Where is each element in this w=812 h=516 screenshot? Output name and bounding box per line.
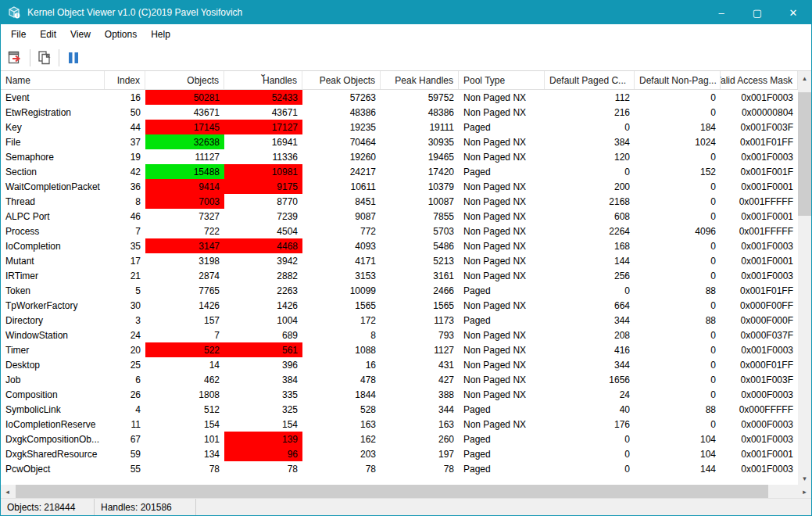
- table-row[interactable]: Job6462384478427Non Paged NX165600x001F0…: [1, 372, 798, 387]
- cell-peak-objects: 8451: [302, 194, 381, 209]
- cell-default-non-pag: 88: [635, 313, 721, 328]
- cell-objects: 1426: [145, 298, 224, 313]
- scroll-left-button[interactable]: ◂: [1, 485, 14, 498]
- table-row[interactable]: Semaphore1911127113361926019465Non Paged…: [1, 149, 798, 164]
- table-row[interactable]: Composition2618083351844388Non Paged NX2…: [1, 387, 798, 402]
- table-row[interactable]: Desktop251439616431Non Paged NX34400x000…: [1, 357, 798, 372]
- cell-valid-access-mask: 0x001F0001: [721, 253, 798, 268]
- horizontal-scroll-thumb[interactable]: [16, 485, 768, 498]
- column-header-handles[interactable]: Handles⌄: [224, 71, 302, 89]
- cell-handles: 325: [224, 402, 302, 417]
- cell-peak-handles: 1127: [381, 342, 459, 357]
- column-header-label: Peak Handles: [395, 75, 453, 86]
- column-header-default-paged-c[interactable]: Default Paged C...: [545, 71, 635, 89]
- column-header-peak-objects[interactable]: Peak Objects: [302, 71, 381, 89]
- cell-peak-objects: 8: [302, 328, 381, 342]
- table-row[interactable]: TpWorkerFactory301426142615651565Non Pag…: [1, 298, 798, 313]
- cell-default-non-pag: 184: [635, 120, 721, 134]
- close-button[interactable]: ✕: [775, 1, 811, 24]
- vertical-scroll-thumb[interactable]: [798, 92, 811, 216]
- cell-default-non-pag: 88: [635, 402, 721, 417]
- table-row[interactable]: EtwRegistration5043671436714838648386Non…: [1, 105, 798, 120]
- cell-default-paged-c: 208: [545, 328, 635, 342]
- cell-name: File: [1, 134, 105, 149]
- cell-index: 7: [105, 224, 145, 238]
- table-row[interactable]: Process772245047725703Non Paged NX226440…: [1, 224, 798, 238]
- table-row[interactable]: Mutant173198394241715213Non Paged NX1440…: [1, 253, 798, 268]
- cell-default-paged-c: 608: [545, 209, 635, 224]
- cell-default-non-pag: 0: [635, 179, 721, 194]
- cell-valid-access-mask: 0x001F003F: [721, 120, 798, 134]
- column-header-name[interactable]: Name: [1, 71, 105, 89]
- table-row[interactable]: Token577652263100992466Paged0880x001F01F…: [1, 283, 798, 298]
- table-row[interactable]: SymbolicLink4512325528344Paged40880x000F…: [1, 402, 798, 417]
- cell-default-paged-c: 120: [545, 149, 635, 164]
- table-row[interactable]: Key4417145171271923519111Paged01840x001F…: [1, 120, 798, 134]
- maximize-button[interactable]: ▢: [739, 1, 775, 24]
- app-window: i Kernel Object Viewer v1.0 (C)2019 Pave…: [0, 0, 812, 516]
- scroll-right-button[interactable]: ▸: [798, 485, 811, 498]
- menu-item-options[interactable]: Options: [98, 25, 144, 44]
- table-row[interactable]: IoCompletion353147446840935486Non Paged …: [1, 238, 798, 253]
- table-row[interactable]: DxgkSharedResource5913496203197Paged0104…: [1, 446, 798, 461]
- cell-objects: 7765: [145, 283, 224, 298]
- cell-default-paged-c: 0: [545, 120, 635, 134]
- horizontal-scrollbar[interactable]: ◂ ▸: [1, 485, 811, 498]
- table-row[interactable]: Thread870038770845110087Non Paged NX2168…: [1, 194, 798, 209]
- menu-item-file[interactable]: File: [4, 25, 33, 44]
- cell-objects: 7327: [145, 209, 224, 224]
- cell-pool-type: Non Paged NX: [459, 149, 545, 164]
- column-header-objects[interactable]: Objects: [145, 71, 224, 89]
- cell-peak-handles: 59752: [381, 90, 459, 105]
- table-row[interactable]: Directory315710041721173Paged344880x000F…: [1, 313, 798, 328]
- table-row[interactable]: Section4215488109812421717420Paged01520x…: [1, 164, 798, 179]
- export-button[interactable]: [4, 47, 27, 69]
- cell-pool-type: Non Paged NX: [459, 209, 545, 224]
- table-row[interactable]: Timer2052256110881127Non Paged NX41600x0…: [1, 342, 798, 357]
- table-row[interactable]: ALPC Port467327723990877855Non Paged NX6…: [1, 209, 798, 224]
- minimize-button[interactable]: –: [703, 1, 739, 24]
- table-row[interactable]: IRTimer212874288231533161Non Paged NX256…: [1, 268, 798, 283]
- cell-valid-access-mask: 0x001F0001: [721, 446, 798, 461]
- column-header-default-non-pag[interactable]: Default Non-Pag...: [635, 71, 721, 89]
- menu-item-edit[interactable]: Edit: [33, 25, 63, 44]
- copy-button[interactable]: [33, 47, 56, 69]
- cell-index: 36: [105, 179, 145, 194]
- cell-peak-handles: 163: [381, 417, 459, 432]
- scroll-down-button[interactable]: ▾: [798, 471, 811, 485]
- cell-peak-handles: 197: [381, 446, 459, 461]
- table-row[interactable]: WindowStation2476898793Non Paged NX20800…: [1, 328, 798, 342]
- menu-item-help[interactable]: Help: [144, 25, 177, 44]
- cell-valid-access-mask: 0x001F01FF: [721, 134, 798, 149]
- column-header-index[interactable]: Index: [105, 71, 145, 89]
- vertical-scroll-track[interactable]: [798, 84, 811, 471]
- pause-button[interactable]: [62, 47, 85, 69]
- horizontal-scroll-track[interactable]: [14, 485, 798, 498]
- menu-item-view[interactable]: View: [63, 25, 98, 44]
- cell-default-paged-c: 24: [545, 387, 635, 402]
- table-row[interactable]: IoCompletionReserve11154154163163Non Pag…: [1, 417, 798, 432]
- cell-handles: 96: [224, 446, 302, 461]
- cell-default-non-pag: 0: [635, 90, 721, 105]
- cell-pool-type: Paged: [459, 446, 545, 461]
- column-header-label: Objects: [187, 75, 219, 86]
- cell-name: Token: [1, 283, 105, 298]
- scroll-up-button[interactable]: ▴: [798, 71, 811, 84]
- table-row[interactable]: Event1650281524335726359752Non Paged NX1…: [1, 90, 798, 105]
- column-header-pool-type[interactable]: Pool Type: [459, 71, 545, 89]
- cell-index: 4: [105, 402, 145, 417]
- cell-pool-type: Non Paged NX: [459, 298, 545, 313]
- table-row[interactable]: WaitCompletionPacket36941491751061110379…: [1, 179, 798, 194]
- cell-name: Composition: [1, 387, 105, 402]
- table-row[interactable]: PcwObject5578787878Paged01440x001F0003: [1, 461, 798, 476]
- column-header-label: Index: [117, 75, 140, 86]
- cell-default-non-pag: 0: [635, 194, 721, 209]
- cell-peak-handles: 17420: [381, 164, 459, 179]
- vertical-scrollbar[interactable]: ▴ ▾: [798, 71, 811, 485]
- column-header-peak-handles[interactable]: Peak Handles: [381, 71, 459, 89]
- cell-handles: 78: [224, 461, 302, 476]
- column-header-label: Default Paged C...: [549, 75, 626, 86]
- column-header-valid-access-mask[interactable]: Valid Access Mask: [721, 71, 798, 89]
- table-row[interactable]: DxgkCompositionOb...67101139162260Paged0…: [1, 432, 798, 446]
- table-row[interactable]: File3732638169417046430935Non Paged NX38…: [1, 134, 798, 149]
